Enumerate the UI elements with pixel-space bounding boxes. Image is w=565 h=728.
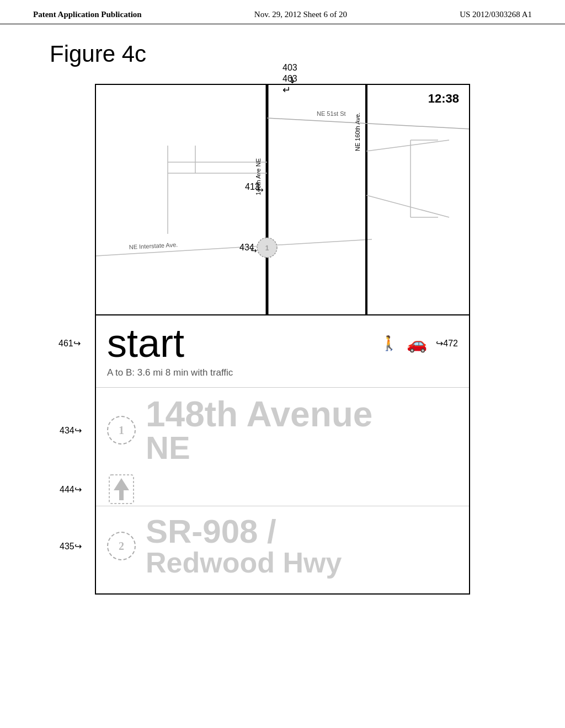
step-text-1: 148th Avenue NE	[146, 397, 372, 464]
svg-text:↪: ↪	[250, 246, 257, 255]
svg-marker-18	[114, 478, 129, 500]
ne51st-label: NE 51st St	[317, 110, 346, 117]
ref-444: 444↪	[60, 484, 82, 495]
ref-472: ↪472	[436, 338, 458, 349]
arrow-up-box	[107, 475, 136, 504]
nav-start-row: 461↪ start 🚶 🚗 ↪472	[96, 315, 469, 365]
direction-row-arrow: 444↪	[96, 473, 469, 506]
ref-403-label: 403 ↵	[282, 74, 297, 96]
step-icon-2: 2	[107, 532, 136, 560]
start-label: start	[107, 323, 184, 363]
svg-text:1: 1	[265, 244, 269, 252]
step-text-2: SR-908 / Redwood Hwy	[146, 515, 342, 577]
car-icon: 🚗	[407, 334, 427, 353]
header-center: Nov. 29, 2012 Sheet 6 of 20	[254, 10, 347, 19]
direction-row-2: 435↪ 2 SR-908 / Redwood Hwy	[96, 506, 469, 593]
ne-interstate-label: NE Interstate Ave.	[129, 241, 178, 250]
map-svg: NE Interstate Ave. 148th Ave NE NE 160th…	[96, 85, 470, 315]
pedestrian-icon: 🚶	[380, 335, 398, 352]
svg-text:↪: ↪	[257, 185, 264, 194]
nav-panel: 461↪ start 🚶 🚗 ↪472 A to B: 3.6 mi 8 min…	[95, 315, 470, 595]
ref-403: 403	[282, 63, 297, 73]
direction-row-1: 434↪ 1 148th Avenue NE	[96, 387, 469, 473]
main-content: 403 ↴ 12:38 NE Interstate Ave. 148th Ave…	[0, 84, 565, 595]
transport-icons: 🚶 🚗 ↪472	[380, 334, 458, 353]
patent-header: Patent Application Publication Nov. 29, …	[0, 0, 565, 24]
nav-subtitle: A to B: 3.6 mi 8 min with traffic	[96, 365, 469, 387]
ref-461: 461↪	[58, 338, 81, 349]
ref-435: 435↪	[60, 541, 82, 552]
header-right: US 2012/0303268 A1	[460, 10, 532, 19]
ne160th-label: NE 160th Ave.	[354, 113, 361, 151]
svg-line-9	[366, 195, 449, 217]
svg-line-8	[366, 140, 449, 151]
header-left: Patent Application Publication	[33, 10, 142, 19]
ref-434: 434↪	[60, 425, 82, 436]
map-box: 12:38 NE Interstate Ave. 148th Ave NE NE…	[95, 84, 470, 315]
svg-line-3	[267, 118, 470, 129]
step-icon-1: 1	[107, 416, 136, 445]
arrow-up-svg	[108, 474, 135, 505]
